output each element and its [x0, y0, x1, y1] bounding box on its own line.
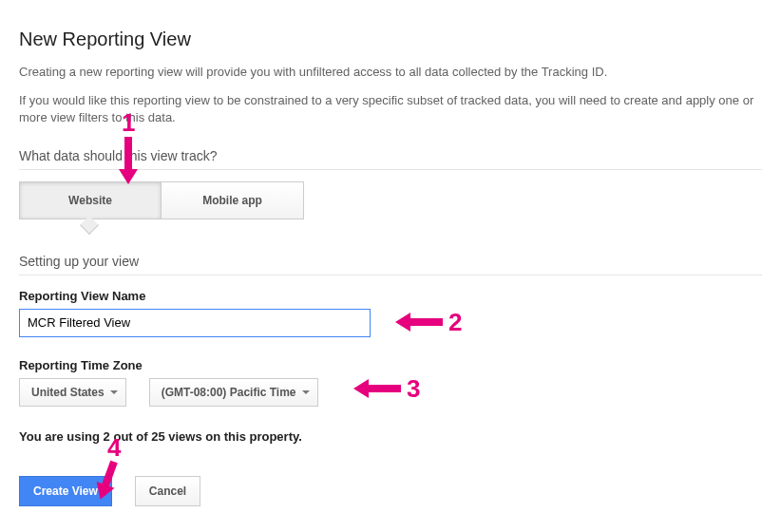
usage-note: You are using 2 out of 25 views on this …	[19, 429, 762, 444]
toggle-mobile-app[interactable]: Mobile app	[162, 181, 304, 219]
arrow-left-icon	[397, 315, 443, 329]
description-1: Creating a new reporting view will provi…	[19, 64, 762, 81]
divider	[19, 169, 762, 170]
create-view-button[interactable]: Create View	[19, 476, 112, 506]
description-2: If you would like this reporting view to…	[19, 92, 762, 126]
toggle-website[interactable]: Website	[19, 181, 162, 219]
timezone-dropdown-value: (GMT-08:00) Pacific Time	[162, 386, 296, 399]
timezone-label: Reporting Time Zone	[19, 358, 762, 372]
timezone-dropdown[interactable]: (GMT-08:00) Pacific Time	[149, 378, 318, 407]
view-name-label: Reporting View Name	[19, 289, 762, 303]
divider	[19, 275, 762, 276]
cancel-button[interactable]: Cancel	[135, 476, 200, 506]
chevron-down-icon	[302, 390, 310, 394]
new-reporting-view-form: New Reporting View Creating a new report…	[19, 28, 762, 506]
country-dropdown[interactable]: United States	[19, 378, 126, 407]
annotation-2: 2	[397, 310, 462, 334]
track-heading: What data should this view track?	[19, 148, 762, 163]
annotation-number: 2	[448, 310, 462, 334]
chevron-down-icon	[110, 390, 118, 394]
setup-heading: Setting up your view	[19, 254, 762, 269]
data-track-toggle: Website Mobile app	[19, 181, 762, 219]
country-dropdown-value: United States	[31, 386, 105, 399]
page-title: New Reporting View	[19, 28, 762, 50]
reporting-view-name-input[interactable]	[19, 309, 371, 337]
